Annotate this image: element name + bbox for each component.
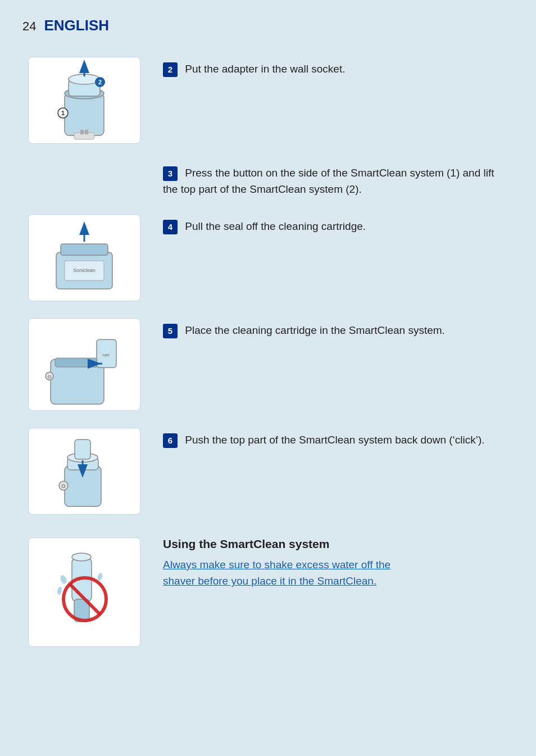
svg-rect-11: [85, 130, 88, 134]
svg-text:2: 2: [98, 79, 102, 85]
illustration-5: O cart.: [22, 313, 152, 417]
using-section-title: Using the SmartClean system: [163, 537, 508, 551]
svg-rect-9: [74, 133, 94, 139]
svg-text:O: O: [48, 374, 51, 379]
step6-text: 6 Push the top part of the SmartClean sy…: [163, 432, 508, 449]
svg-text:Soniclean: Soniclean: [73, 268, 96, 273]
step4-text: 4 Pull the seal off the cleaning cartrid…: [163, 219, 508, 235]
instruction-col-5: 5 Place the cleaning cartridge in the Sm…: [152, 313, 514, 345]
step3-text: 3 Press the button on the side of the Sm…: [163, 165, 508, 197]
page-language: ENGLISH: [44, 17, 109, 34]
step-row-4: Soniclean 4 Pull the seal off the cleani…: [22, 209, 514, 307]
step5-text: 5 Place the cleaning cartridge in the Sm…: [163, 323, 508, 339]
svg-point-34: [59, 574, 67, 585]
page-header: 24 ENGLISH: [22, 17, 514, 34]
step2-text: 2 Put the adapter in the wall socket.: [163, 61, 508, 78]
instruction-col-4: 4 Pull the seal off the cleaning cartrid…: [152, 209, 514, 241]
step2-svg: 1 2: [34, 60, 135, 141]
instruction-col-2: 2 Put the adapter in the wall socket.: [152, 51, 514, 83]
step-row-2: 1 2 2 Put the adapter in the wall socket…: [22, 51, 514, 150]
illustration-box-6: O: [28, 428, 140, 515]
svg-rect-10: [80, 130, 84, 134]
using-content: Using the SmartClean system Always make …: [152, 532, 514, 595]
step-row-6: O 6 Push the top part of the SmartClean …: [22, 422, 514, 520]
svg-text:cart.: cart.: [102, 353, 110, 357]
svg-point-32: [72, 553, 91, 561]
svg-rect-24: [65, 466, 101, 506]
content-area: 1 2 2 Put the adapter in the wall socket…: [22, 51, 514, 653]
svg-point-36: [97, 572, 103, 581]
illustration-box-2: 1 2: [28, 57, 140, 144]
step3-badge: 3: [163, 166, 178, 181]
step6-svg: O: [34, 429, 135, 514]
using-note: Always make sure to shake excess water o…: [163, 556, 508, 590]
instruction-col-3: 3 Press the button on the side of the Sm…: [152, 155, 514, 203]
svg-point-35: [56, 586, 62, 595]
using-illustration-box: [28, 537, 140, 647]
svg-rect-27: [75, 440, 90, 459]
step2-badge: 2: [163, 62, 178, 77]
step4-badge: 4: [163, 220, 178, 234]
svg-text:O: O: [61, 483, 65, 489]
using-svg: [33, 540, 137, 644]
page: 24 ENGLISH: [0, 0, 536, 756]
step5-svg: O cart.: [34, 320, 135, 410]
svg-rect-18: [55, 358, 99, 367]
illustration-4: Soniclean: [22, 209, 152, 307]
svg-rect-13: [61, 244, 108, 255]
svg-rect-0: [65, 93, 104, 135]
illustration-2: 1 2: [22, 51, 152, 150]
instruction-col-6: 6 Push the top part of the SmartClean sy…: [152, 422, 514, 454]
step4-svg: Soniclean: [34, 216, 135, 300]
step-row-5: O cart. 5 Place the cleaning cartridge i…: [22, 313, 514, 417]
svg-text:1: 1: [61, 110, 65, 116]
illustration-6: O: [22, 422, 152, 520]
using-section: Using the SmartClean system Always make …: [22, 532, 514, 653]
page-number: 24: [22, 19, 36, 34]
illustration-3: [22, 155, 152, 166]
step5-badge: 5: [163, 324, 178, 338]
illustration-box-5: O cart.: [28, 318, 140, 411]
illustration-box-4: Soniclean: [28, 214, 140, 301]
step6-badge: 6: [163, 433, 178, 448]
step-row-3: 3 Press the button on the side of the Sm…: [22, 155, 514, 203]
using-illustration: [22, 532, 152, 653]
